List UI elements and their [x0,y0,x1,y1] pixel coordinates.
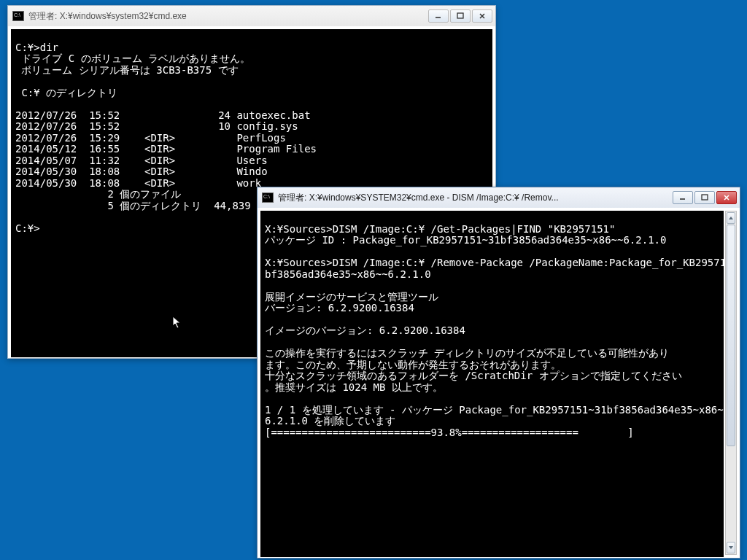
terminal-output[interactable]: X:¥Sources>DISM /Image:C:¥ /Get-Packages… [260,211,724,557]
close-button[interactable] [472,9,492,23]
minimize-button[interactable] [428,9,449,23]
maximize-button[interactable] [694,191,715,204]
svg-rect-0 [457,13,463,18]
window-title: 管理者: X:¥windows¥SYSTEM32¥cmd.exe - DISM … [278,192,673,204]
window-controls [428,9,492,23]
cmd-icon: C:\ [12,11,24,21]
mouse-cursor-icon [172,316,182,330]
minimize-button[interactable] [673,191,693,204]
cmd-icon: C:\ [262,192,274,203]
window-title: 管理者: X:¥windows¥system32¥cmd.exe [28,10,428,23]
scroll-thumb[interactable] [727,225,735,446]
scroll-track[interactable] [726,225,736,541]
window-controls [673,191,737,204]
scroll-up-button[interactable] [727,212,735,224]
titlebar[interactable]: C:\ 管理者: X:¥windows¥SYSTEM32¥cmd.exe - D… [258,187,740,208]
svg-rect-1 [702,195,708,200]
cmd-window-dism[interactable]: C:\ 管理者: X:¥windows¥SYSTEM32¥cmd.exe - D… [257,187,740,559]
titlebar[interactable]: C:\ 管理者: X:¥windows¥system32¥cmd.exe [8,6,495,26]
vertical-scrollbar[interactable] [725,211,737,555]
close-button[interactable] [716,191,737,204]
scroll-down-button[interactable] [727,542,735,553]
maximize-button[interactable] [450,9,471,23]
